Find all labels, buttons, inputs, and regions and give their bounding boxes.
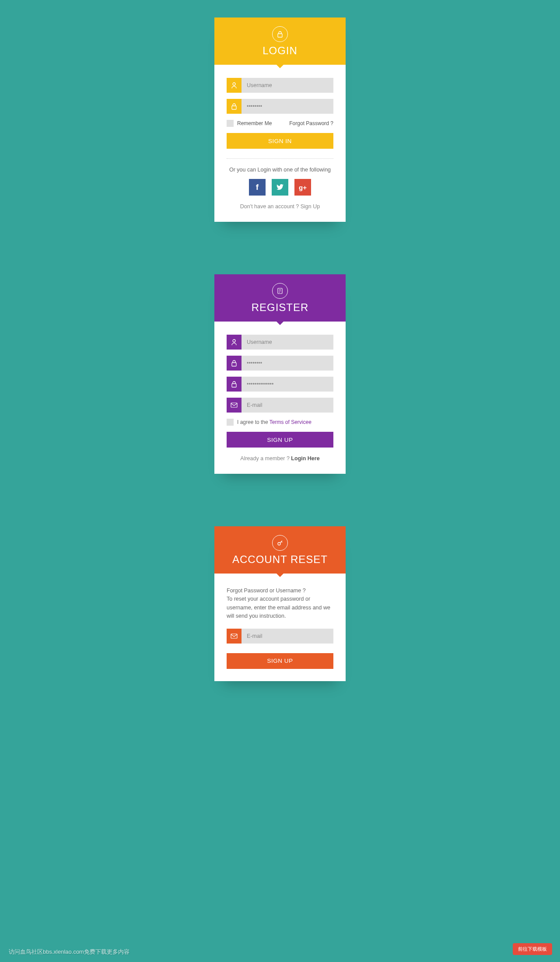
svg-rect-7 [231, 403, 237, 407]
terms-row: I agree to the Terms of Servicee [227, 419, 333, 426]
svg-rect-2 [232, 106, 236, 109]
reset-title: ACCOUNT RESET [214, 553, 346, 566]
svg-point-1 [233, 83, 235, 85]
svg-rect-9 [231, 634, 237, 638]
lock-icon [227, 377, 242, 392]
password-field [227, 99, 333, 114]
register-header: REGISTER [214, 274, 346, 322]
signup-prompt[interactable]: Don't have an account ? Sign Up [227, 203, 333, 210]
social-buttons: f g+ [227, 179, 333, 196]
lock-icon [227, 99, 242, 114]
svg-rect-5 [232, 363, 236, 366]
social-login-text: Or you can Login with one of the followi… [227, 167, 333, 173]
divider [227, 158, 333, 159]
register-body: I agree to the Terms of Servicee SIGN UP… [214, 322, 346, 474]
reset-header: ACCOUNT RESET [214, 526, 346, 574]
reg-email-input[interactable] [242, 398, 333, 413]
reset-email-field [227, 629, 333, 644]
googleplus-button[interactable]: g+ [294, 179, 311, 196]
mail-icon [227, 629, 242, 644]
reg-username-field [227, 335, 333, 350]
reset-card: ACCOUNT RESET Forgot Password or Usernam… [214, 526, 346, 681]
signup-button[interactable]: SIGN UP [227, 432, 333, 448]
lock-icon [227, 356, 242, 371]
terms-text: I agree to the Terms of Servicee [237, 419, 312, 425]
register-icon [272, 283, 288, 299]
svg-rect-6 [232, 384, 236, 387]
remember-me[interactable]: Remember Me [227, 120, 272, 127]
password-input[interactable] [242, 99, 333, 114]
user-icon [227, 78, 242, 93]
register-card: REGISTER I [214, 274, 346, 474]
key-icon [272, 535, 288, 551]
lock-icon [272, 26, 288, 42]
login-header: LOGIN [214, 17, 346, 65]
user-icon [227, 335, 242, 350]
facebook-button[interactable]: f [249, 179, 266, 196]
triangle-icon [276, 322, 284, 325]
reset-body: Forgot Password or Username ? To reset y… [214, 574, 346, 681]
twitter-button[interactable] [272, 179, 288, 196]
svg-rect-0 [278, 34, 282, 37]
reg-username-input[interactable] [242, 335, 333, 350]
login-here-row: Already a member ? Login Here [227, 455, 333, 462]
username-input[interactable] [242, 78, 333, 93]
checkbox-icon[interactable] [227, 120, 234, 127]
terms-checkbox[interactable] [227, 419, 234, 426]
twitter-icon [276, 184, 284, 190]
reset-heading: Forgot Password or Username ? [227, 587, 333, 595]
reset-email-input[interactable] [242, 629, 333, 644]
reset-submit-button[interactable]: SIGN UP [227, 653, 333, 669]
reg-password-field [227, 356, 333, 371]
forgot-password-link[interactable]: Forgot Password ? [289, 120, 333, 126]
register-title: REGISTER [214, 301, 346, 314]
login-body: Remember Me Forgot Password ? SIGN IN Or… [214, 65, 346, 222]
svg-point-4 [233, 339, 235, 342]
reg-confirm-field [227, 377, 333, 392]
reset-instructions: Forgot Password or Username ? To reset y… [227, 587, 333, 621]
reg-confirm-input[interactable] [242, 377, 333, 392]
remember-label: Remember Me [237, 120, 272, 126]
triangle-icon [276, 574, 284, 577]
username-field [227, 78, 333, 93]
signin-button[interactable]: SIGN IN [227, 133, 333, 149]
reg-password-input[interactable] [242, 356, 333, 371]
triangle-icon [276, 65, 284, 68]
login-card: LOGIN Remember Me Forgot Password ? SIGN… [214, 17, 346, 222]
mail-icon [227, 398, 242, 413]
reset-desc: To reset your account password or userna… [227, 595, 333, 620]
login-here-link[interactable]: Login Here [291, 455, 319, 462]
login-title: LOGIN [214, 45, 346, 57]
terms-link[interactable]: Terms of Servicee [270, 419, 312, 425]
reg-email-field [227, 398, 333, 413]
login-options-row: Remember Me Forgot Password ? [227, 120, 333, 127]
